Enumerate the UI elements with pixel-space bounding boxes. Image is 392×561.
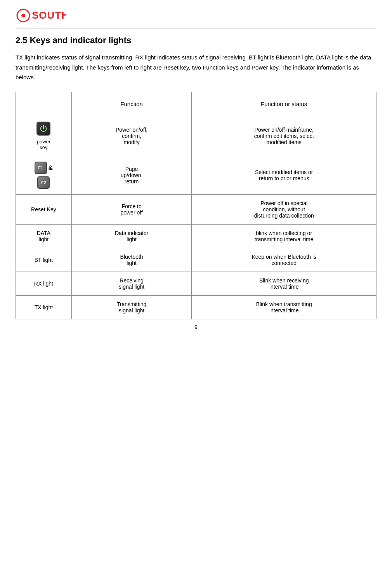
- page-title: 2.5 Keys and indicator lights: [16, 35, 376, 45]
- data-light-status: blink when collecting or transmitting in…: [192, 224, 376, 248]
- table-row: BT light Bluetooth light Keep on when Bl…: [16, 248, 376, 272]
- table-row: F1 & F2 Page up/down, return Select modi…: [16, 156, 376, 194]
- logo: SOUTH: [16, 8, 376, 25]
- reset-key-function: Force to power off: [71, 194, 192, 224]
- svg-text:SOUTH: SOUTH: [32, 9, 66, 21]
- data-light-icon-cell: DATA light: [16, 224, 72, 248]
- power-key-status: Power on/off mainframe, confirm edit ite…: [192, 116, 376, 156]
- header-status-cell: Function or status: [192, 92, 376, 116]
- f1-icon: F1: [35, 162, 47, 174]
- bt-light-function: Bluetooth light: [71, 248, 192, 272]
- rx-light-icon-cell: RX light: [16, 272, 72, 295]
- table-header-row: Function Function or status: [16, 92, 376, 116]
- f1f2-icon-cell: F1 & F2: [16, 156, 72, 194]
- bt-light-status: Keep on when Bluetooth is connected: [192, 248, 376, 272]
- tx-light-status: Blink when transmitting interval time: [192, 295, 376, 319]
- bt-light-icon-cell: BT light: [16, 248, 72, 272]
- rx-light-status: Blink when receiving interval time: [192, 272, 376, 295]
- power-key-label: powerkey: [37, 139, 50, 150]
- tx-light-function: Transmitting signal light: [71, 295, 192, 319]
- table-row: powerkey Power on/off, confirm, modify P…: [16, 116, 376, 156]
- intro-paragraph: TX light indicates status of signal tran…: [16, 52, 376, 82]
- table-row: Reset Key Force to power off Power off i…: [16, 194, 376, 224]
- reset-key-icon-cell: Reset Key: [16, 194, 72, 224]
- power-key-icon-cell: powerkey: [16, 116, 72, 156]
- reset-key-status: Power off in special condition, without …: [192, 194, 376, 224]
- indicator-table: Function Function or status powerkey Pow…: [16, 92, 376, 319]
- data-light-function: Data indicator light: [71, 224, 192, 248]
- tx-light-icon-cell: TX light: [16, 295, 72, 319]
- power-icon: [36, 122, 50, 136]
- table-row: RX light Receiving signal light Blink wh…: [16, 272, 376, 295]
- f2-icon: F2: [37, 176, 50, 189]
- header-icon-cell: [16, 92, 72, 116]
- table-row: TX light Transmitting signal light Blink…: [16, 295, 376, 319]
- table-row: DATA light Data indicator light blink wh…: [16, 224, 376, 248]
- title-divider: [16, 28, 376, 28]
- f1f2-status: Select modified items or return to prior…: [192, 156, 376, 194]
- header-function-cell: Function: [71, 92, 192, 116]
- ampersand: &: [49, 165, 53, 172]
- svg-point-1: [21, 14, 25, 17]
- rx-light-function: Receiving signal light: [71, 272, 192, 295]
- power-key-function: Power on/off, confirm, modify: [71, 116, 192, 156]
- f1f2-function: Page up/down, return: [71, 156, 192, 194]
- page-number: 9: [16, 324, 376, 330]
